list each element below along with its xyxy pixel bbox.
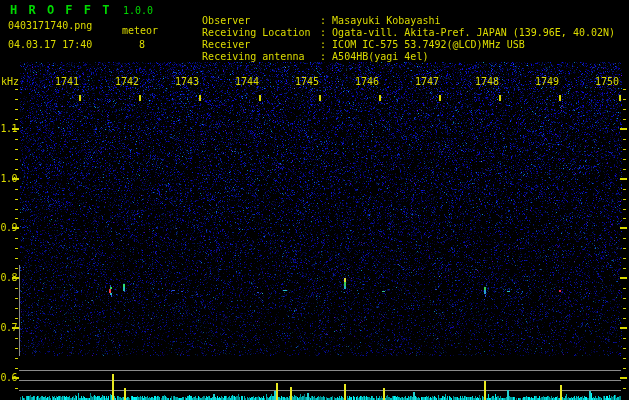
time-tick-label: 1748 — [455, 76, 499, 88]
info-value: A504HB(yagi 4el) — [332, 51, 428, 62]
freq-tick-label: 0.7 — [0, 322, 17, 334]
output-filename: 0403171740.png — [8, 20, 92, 32]
datetime-label: 04.03.17 17:40 — [8, 39, 92, 51]
freq-axis-unit: kHz — [1, 76, 19, 88]
time-tick-label: 1745 — [275, 76, 319, 88]
time-tick-label: 1747 — [395, 76, 439, 88]
mode-label: meteor — [122, 25, 158, 37]
freq-tick-label: 0.6 — [0, 372, 17, 384]
time-tick-label: 1750 — [575, 76, 619, 88]
hrofft-window: H R O F F T 1.0.0 0403171740.png meteor … — [0, 0, 629, 400]
echo-count: 8 — [139, 39, 145, 51]
info-separator: : — [320, 51, 332, 63]
freq-tick-label: 1.1 — [0, 123, 17, 135]
time-tick-label: 1749 — [515, 76, 559, 88]
app-title: H R O F F T — [10, 3, 111, 17]
time-tick-label: 1741 — [35, 76, 79, 88]
time-tick-label: 1744 — [215, 76, 259, 88]
info-row-antenna: Receiving antenna:A504HB(yagi 4el) — [178, 39, 428, 75]
app-version: 1.0.0 — [123, 5, 153, 17]
info-label: Receiving antenna — [202, 51, 320, 63]
freq-tick-label: 1.0 — [0, 173, 17, 185]
time-tick-label: 1746 — [335, 76, 379, 88]
freq-tick-label: 0.8 — [0, 272, 17, 284]
time-tick-label: 1742 — [95, 76, 139, 88]
time-tick-label: 1743 — [155, 76, 199, 88]
freq-tick-label: 0.9 — [0, 222, 17, 234]
